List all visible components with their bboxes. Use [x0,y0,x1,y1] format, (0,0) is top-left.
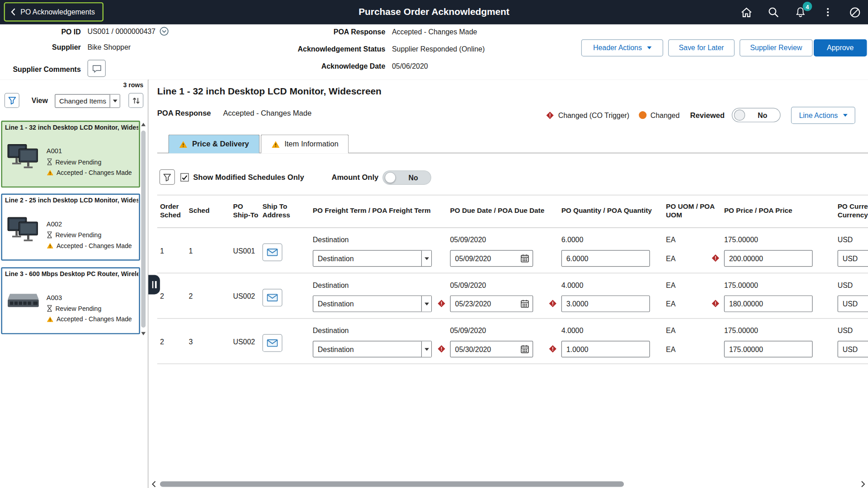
page-title: Purchase Order Acknowledgment [0,0,868,24]
approve-button[interactable]: Approve [814,39,867,56]
po-price-value: 175.00000 [724,236,758,244]
line-item-title: Line 2 - 25 inch Desktop LCD Monitor, Wi… [5,197,138,204]
poa-quantity-input[interactable] [561,250,650,267]
po-freight-term-value: Destination [313,236,349,244]
item-id: A001 [47,147,62,155]
scroll-left-arrow[interactable] [150,480,158,488]
poa-price-input[interactable] [724,296,813,312]
legend-co-trigger-label: Changed (CO Trigger) [558,111,630,119]
supplier-value: Bike Shopper [87,43,131,52]
poa-price-input[interactable] [724,341,813,357]
notification-badge: 4 [803,2,812,11]
supplier-comments-button[interactable] [87,60,105,77]
view-select[interactable]: Changed Items [55,94,120,108]
poa-response-value: Accepted - Changes Made [392,28,477,36]
line-item-card-2[interactable]: Line 2 - 25 inch Desktop LCD Monitor, Wi… [1,194,140,261]
chevron-down-icon [109,94,119,107]
poa-price-input[interactable] [724,250,813,267]
poa-freight-term-select[interactable]: Destination [313,250,432,267]
item-image-monitor [7,215,40,244]
po-currency-value: USD [838,326,853,334]
col-due-date: PO Due Date / POA Due Date [450,195,559,227]
notifications-icon[interactable]: 4 [794,5,807,19]
poa-currency-select[interactable]: USD [838,250,868,267]
poa-quantity-input[interactable] [561,296,650,312]
ship-to-address-button[interactable] [262,334,282,352]
schedule-row: 2 3 US002 Destination Destination 05/09/… [157,319,868,364]
line-detail-panel: Line 1 - 32 inch Desktop LCD Monitor, Wi… [149,80,868,488]
line-item-card-1[interactable]: Line 1 - 32 inch Desktop LCD Monitor, Wi… [1,121,140,188]
legend-changed-label: Changed [651,111,680,119]
tab-item-information[interactable]: Item Information [261,135,349,154]
reviewed-toggle[interactable]: No [732,108,781,122]
poa-quantity-input[interactable] [561,341,650,357]
scrollbar-thumb[interactable] [160,481,624,487]
horizontal-scrollbar[interactable] [149,480,868,488]
line-actions-button[interactable]: Line Actions [791,107,855,124]
chevron-down-icon [843,114,847,117]
item-status-accepted: Accepted - Changes Made [47,316,132,323]
back-button-label: PO Acknowledgements [20,8,95,16]
warning-icon [179,140,188,148]
search-icon[interactable] [767,5,780,19]
changed-co-trigger-icon [548,299,557,307]
back-button[interactable]: PO Acknowledgements [4,2,104,22]
po-freight-term-value: Destination [313,326,349,334]
scroll-right-arrow[interactable] [859,480,867,488]
po-currency-value: USD [838,236,853,244]
amount-only-label: Amount Only [331,173,378,181]
save-for-later-button[interactable]: Save for Later [668,39,735,56]
table-header-row: Order Sched Sched PO Ship-To Ship To Add… [157,195,868,228]
amount-only-toggle[interactable]: No [382,170,431,185]
schedules-table: Order Sched Sched PO Ship-To Ship To Add… [157,195,868,364]
hourglass-icon [47,231,52,239]
calendar-button[interactable] [518,343,531,356]
schedule-row: 1 1 US001 Destination Destination 05/09/… [157,228,868,273]
item-id: A002 [47,220,62,228]
scrollbar-thumb[interactable] [141,131,146,328]
changed-co-trigger-icon [711,254,719,262]
calendar-button[interactable] [518,297,531,310]
scroll-up-arrow[interactable] [141,123,146,126]
ship-to-address-button[interactable] [262,244,282,261]
scroll-down-arrow[interactable] [141,332,146,335]
ack-status-label: Acknowledgement Status [222,45,385,53]
po-id-expand-icon[interactable] [160,27,169,36]
navbar-icon[interactable] [848,5,861,19]
sidebar-filter-button[interactable] [5,93,19,108]
changed-co-trigger-icon [437,345,445,353]
toggle-knob [385,172,396,183]
line-item-card-3[interactable]: Line 3 - 600 Mbps Desktop PC Router, Wir… [1,267,140,334]
poa-currency-select[interactable]: USD [838,296,868,312]
toggle-knob [734,109,745,120]
poa-currency-select[interactable]: USD [838,341,868,357]
show-modified-label: Show Modified Schedules Only [193,173,304,181]
po-quantity-value: 6.0000 [561,236,584,244]
mail-icon [267,249,278,256]
ship-to-address-button[interactable] [262,289,282,306]
poa-freight-term-select[interactable]: Destination [313,341,432,357]
tab-price-delivery[interactable]: Price & Delivery [168,135,259,154]
po-freight-term-value: Destination [313,281,349,289]
col-order-sched: Order Sched [160,195,185,227]
line-list-sidebar: 3 rows View Changed Items Line 1 - 32 in… [0,80,148,488]
schedule-filter-button[interactable] [160,169,175,185]
header-actions-button[interactable]: Header Actions [581,39,663,56]
calendar-button[interactable] [518,252,531,265]
warning-icon [271,140,280,148]
warning-icon [47,169,54,176]
tab-bar: Price & Delivery Item Information [168,135,350,154]
comment-icon [92,64,102,73]
item-image-monitor [7,141,40,171]
supplier-review-button[interactable]: Supplier Review [740,39,813,56]
sidebar-collapse-handle[interactable] [148,275,160,295]
ack-status-value: Supplier Responded (Online) [392,45,485,53]
show-modified-checkbox[interactable] [180,173,189,181]
poa-freight-term-select[interactable]: Destination [313,296,432,312]
home-icon[interactable] [740,5,753,19]
more-icon[interactable] [821,5,834,19]
sidebar-scrollbar[interactable] [140,121,147,338]
page: PO Acknowledgements Purchase Order Ackno… [0,0,868,488]
poa-response-label: POA Response [222,28,385,36]
sort-button[interactable] [128,93,143,108]
